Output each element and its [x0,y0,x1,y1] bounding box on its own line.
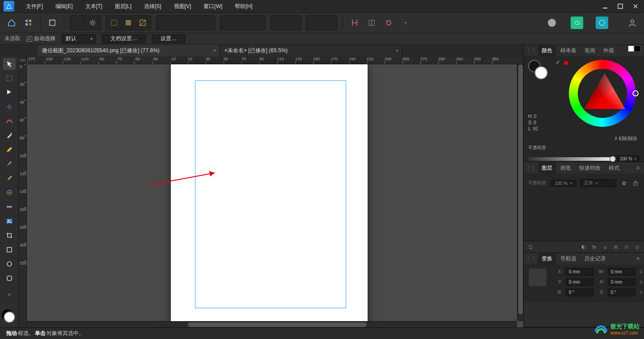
lock-icon[interactable] [631,179,640,187]
hex-readout[interactable]: #EBEBEB [614,136,637,141]
tab-history[interactable]: 历史记录 [581,253,610,264]
anchor-selector[interactable] [528,268,547,287]
drag-handle-icon[interactable]: ⋮⋮ [526,255,535,262]
tb-g8[interactable] [272,17,285,29]
blend-mode-dropdown[interactable]: 正常 [580,179,616,187]
tb-g4[interactable] [201,17,213,29]
horizontal-scrollbar[interactable] [27,321,517,327]
gradient-tool-icon[interactable] [3,201,16,213]
window-close-icon[interactable] [631,1,640,11]
tab-layers[interactable]: 图层 [538,163,556,174]
color-wheel[interactable] [569,60,636,127]
scrollbar-thumb[interactable] [188,322,367,327]
tb-g11[interactable] [322,17,335,29]
settings-button[interactable]: 设置… [152,34,185,43]
tb-g10[interactable] [308,17,321,29]
fill-stroke-swatch[interactable] [528,60,548,80]
x-input[interactable]: 0 mm [566,268,593,276]
home-icon[interactable] [5,17,18,29]
move-tool-icon[interactable] [3,58,16,70]
adjustment-icon[interactable]: ◐ [580,243,588,251]
group-icon[interactable]: ▣ [612,243,620,251]
link-wh-icon[interactable]: ⇅ [639,269,644,274]
healing-tool-icon[interactable] [3,187,16,198]
slider-knob-icon[interactable] [610,156,616,162]
hue-cursor-icon[interactable] [632,90,639,96]
image-tool-icon[interactable] [3,215,16,227]
document-tab-1[interactable]: 微信截图_20230808105540.png [已修改] (77.6%) × [38,45,220,56]
pencil-tool-icon[interactable] [3,144,16,155]
tab-appearance[interactable]: 外观 [600,45,618,56]
brush-tool-icon[interactable] [3,158,16,170]
s-input[interactable]: 0 ° [608,289,636,296]
select-mode-dropdown[interactable]: 默认 [62,34,96,43]
grid-icon[interactable] [22,17,35,29]
tab-effects[interactable]: 快速特效 [576,163,604,174]
align-icon[interactable] [72,17,85,29]
canvas-area[interactable] [27,64,523,319]
close-tab-icon[interactable]: × [396,48,398,53]
h-input[interactable]: 0 mm [608,278,636,286]
snapping-icon[interactable] [348,17,361,29]
link-xy-icon[interactable]: ⇅ [639,280,644,285]
y-input[interactable]: 0 mm [566,278,593,286]
rectangle-tool-icon[interactable] [3,244,16,255]
artboard-icon[interactable] [46,17,59,29]
tab-stroke[interactable]: 笔画 [581,45,599,56]
tab-navigator[interactable]: 导航器 [557,253,580,264]
menu-layer[interactable]: 图层[L] [109,0,138,13]
tb-g3[interactable] [186,17,199,29]
menu-window[interactable]: 窗口[W] [197,0,229,13]
window-minimize-icon[interactable] [600,1,610,11]
close-tab-icon[interactable]: × [213,48,216,53]
tb-g6[interactable] [237,17,249,29]
persona-liquify-icon[interactable] [571,17,583,29]
auto-select-checkbox[interactable]: ✓自动选择 [27,35,55,42]
chevron-down-icon[interactable]: ▾ [399,17,412,29]
gear-icon[interactable] [86,17,99,29]
opacity-slider[interactable] [528,157,613,161]
add-layer-icon[interactable]: ▤ [623,243,631,251]
select-all-icon[interactable] [108,17,120,29]
tb-g7[interactable] [251,17,263,29]
crop-tool-icon[interactable] [3,230,16,241]
drag-handle-icon[interactable]: ⋮⋮ [526,47,535,54]
tb-g1[interactable] [158,17,170,29]
tab-swatches[interactable]: 样本条 [557,45,580,56]
menu-edit[interactable]: 编辑[E] [49,0,79,13]
color-well-icon[interactable] [4,311,15,323]
node-tool-icon[interactable] [3,87,16,98]
menu-text[interactable]: 文本[T] [79,0,109,13]
document-settings-button[interactable]: 文档设置… [102,34,146,43]
eyedropper-icon[interactable] [554,60,560,66]
menu-file[interactable]: 文件[F] [20,0,49,13]
delete-layer-icon[interactable]: 🗑 [633,243,641,251]
more-tools-icon[interactable]: » [3,289,16,300]
eyedropper-tool-icon[interactable] [3,172,16,184]
tab-styles[interactable]: 样式 [605,163,623,174]
selection-rectangle[interactable] [195,80,346,308]
tab-transform[interactable]: 变换 [538,253,556,264]
refresh-icon[interactable] [382,17,395,29]
persona-develop-icon[interactable] [596,17,608,29]
opacity-value[interactable]: 100 %▾ [617,155,640,162]
layer-opacity-value[interactable]: 100 % [551,180,576,187]
guides-icon[interactable] [365,17,378,29]
rounded-rect-tool-icon[interactable] [3,272,16,284]
w-input[interactable]: 0 mm [608,268,636,276]
select-inverse-icon[interactable] [122,17,135,29]
user-icon[interactable] [626,17,639,29]
tab-brushes[interactable]: 画笔 [557,163,575,174]
fx2-icon[interactable]: ⌾ [601,243,609,251]
recent-color-icon[interactable] [563,60,569,66]
fg-bg-mini-swatch[interactable] [628,46,640,52]
tb-g2[interactable] [172,17,185,29]
panel-menu-icon[interactable]: ≡ [635,165,641,171]
document-page[interactable] [171,64,368,324]
ellipse-tool-icon[interactable] [3,258,16,270]
marquee-tool-icon[interactable] [3,72,16,84]
panel-menu-icon[interactable]: ≡ [635,255,641,262]
window-maximize-icon[interactable] [615,1,625,11]
freehand-tool-icon[interactable] [3,115,16,127]
select-none-icon[interactable] [136,17,149,29]
